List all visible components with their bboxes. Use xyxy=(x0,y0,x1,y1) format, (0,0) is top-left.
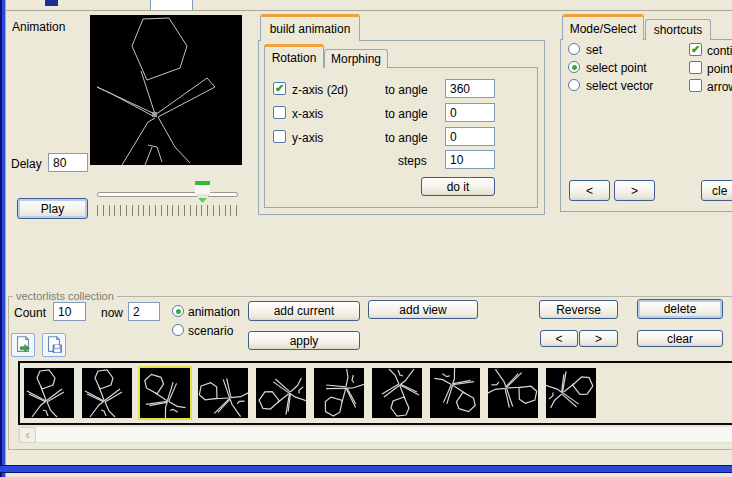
x-angle-field[interactable]: 0 xyxy=(445,103,495,122)
mode-clear-button[interactable]: cle xyxy=(701,180,732,201)
tab-rotation-label: Rotation xyxy=(272,51,317,65)
set-radio-label: set xyxy=(586,43,602,57)
y-axis-label: y-axis xyxy=(292,131,323,145)
window-bottom-border xyxy=(0,465,732,473)
select-point-radio-label: select point xyxy=(586,61,647,75)
x-axis-label: x-axis xyxy=(292,107,323,121)
count-label: Count xyxy=(14,306,46,320)
application-window: { "window": { "bg_color": "#ece9d8", "bo… xyxy=(0,0,732,477)
filmstrip-scrollbar[interactable] xyxy=(18,426,732,443)
speed-slider-track[interactable] xyxy=(97,192,238,197)
vectorlists-group-title: vectorlists collection xyxy=(13,290,117,302)
top-separator xyxy=(6,10,732,11)
select-point-radio[interactable] xyxy=(568,61,580,73)
tab-rotation[interactable]: Rotation xyxy=(264,44,324,68)
tab-shortcuts[interactable]: shortcuts xyxy=(645,19,711,40)
tab-build-animation[interactable]: build animation xyxy=(260,14,360,41)
delay-label: Delay xyxy=(11,157,42,171)
collection-prev-button[interactable]: < xyxy=(540,330,578,347)
frame-thumbnail-0[interactable] xyxy=(24,368,74,418)
tab-morphing[interactable]: Morphing xyxy=(324,49,388,68)
export-page-icon[interactable] xyxy=(11,333,35,357)
steps-label: steps xyxy=(398,154,427,168)
frame-thumbnail-8[interactable] xyxy=(488,368,538,418)
clear-button[interactable]: clear xyxy=(637,330,723,347)
scenario-radio[interactable] xyxy=(172,324,184,336)
add-view-button[interactable]: add view xyxy=(368,300,478,319)
arrow-checkbox-label: arrow xyxy=(707,80,732,94)
frame-thumbnail-7[interactable] xyxy=(430,368,480,418)
arrow-checkbox[interactable] xyxy=(689,79,702,92)
z-angle-label: to angle xyxy=(385,83,428,97)
z-axis-label: z-axis (2d) xyxy=(292,83,348,97)
filmstrip xyxy=(18,361,732,425)
animation-radio-label: animation xyxy=(188,305,240,319)
point-checkbox-label: point xyxy=(707,62,732,76)
animation-canvas xyxy=(90,15,242,165)
animation-label: Animation xyxy=(12,20,65,34)
z-axis-checkbox[interactable] xyxy=(273,82,286,95)
save-page-glyph xyxy=(44,335,64,355)
point-checkbox[interactable] xyxy=(689,61,702,74)
mode-prev-button[interactable]: < xyxy=(569,180,610,201)
export-page-glyph xyxy=(13,335,33,355)
tab-build-animation-label: build animation xyxy=(270,22,351,36)
now-label: now xyxy=(101,306,123,320)
tab-mode-select[interactable]: Mode/Select xyxy=(562,14,644,40)
mode-next-button[interactable]: > xyxy=(614,180,655,201)
y-angle-label: to angle xyxy=(385,131,428,145)
z-angle-field[interactable]: 360 xyxy=(445,79,495,98)
collection-next-button[interactable]: > xyxy=(579,330,618,347)
stick-figure-drawing xyxy=(90,15,242,165)
conti-checkbox-label: conti xyxy=(707,44,732,58)
save-page-icon[interactable] xyxy=(42,333,66,357)
scroll-left-icon: ‹ xyxy=(26,428,30,442)
tab-morphing-label: Morphing xyxy=(331,52,381,66)
do-it-button[interactable]: do it xyxy=(421,177,495,196)
scenario-radio-label: scenario xyxy=(188,324,233,338)
frame-thumbnail-6[interactable] xyxy=(372,368,422,418)
x-angle-label: to angle xyxy=(385,107,428,121)
delay-field[interactable]: 80 xyxy=(48,153,88,172)
speed-slider-ticks xyxy=(97,205,237,216)
frame-thumbnail-3[interactable] xyxy=(198,368,248,418)
conti-checkbox[interactable] xyxy=(689,43,702,56)
delete-button[interactable]: delete xyxy=(637,299,723,319)
frame-thumbnail-1[interactable] xyxy=(82,368,132,418)
add-current-button[interactable]: add current xyxy=(248,301,360,321)
set-radio[interactable] xyxy=(568,43,580,55)
window-left-border xyxy=(0,0,6,477)
apply-button[interactable]: apply xyxy=(248,331,360,350)
animation-radio[interactable] xyxy=(172,305,184,317)
frame-thumbnail-5[interactable] xyxy=(314,368,364,418)
frame-thumbnail-4[interactable] xyxy=(256,368,306,418)
scroll-left-button[interactable]: ‹ xyxy=(19,427,36,443)
partial-checkbox[interactable] xyxy=(45,0,58,6)
y-angle-field[interactable]: 0 xyxy=(445,127,495,146)
frame-thumbnail-2[interactable] xyxy=(140,368,190,418)
select-vector-radio-label: select vector xyxy=(586,79,653,93)
y-axis-checkbox[interactable] xyxy=(273,130,286,143)
frame-thumbnail-9[interactable] xyxy=(546,368,596,418)
tab-shortcuts-label: shortcuts xyxy=(654,23,703,37)
reverse-button[interactable]: Reverse xyxy=(539,300,618,319)
count-field[interactable]: 10 xyxy=(53,302,86,321)
tab-mode-select-label: Mode/Select xyxy=(570,22,637,36)
speed-slider-thumb[interactable] xyxy=(195,181,210,203)
x-axis-checkbox[interactable] xyxy=(273,106,286,119)
select-vector-radio[interactable] xyxy=(568,79,580,91)
play-button[interactable]: Play xyxy=(17,198,88,219)
now-field[interactable]: 2 xyxy=(128,302,160,321)
steps-field[interactable]: 10 xyxy=(445,150,495,169)
